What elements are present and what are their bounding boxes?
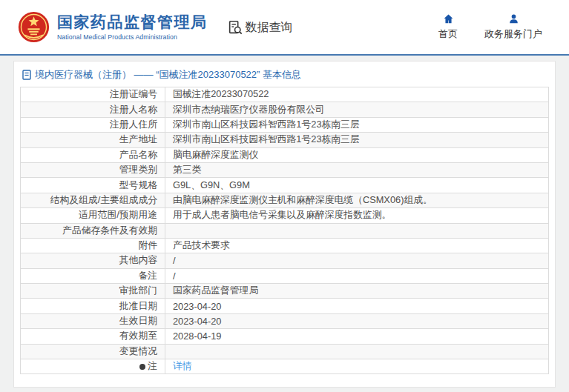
row-label: 型号规格: [21, 178, 165, 193]
table-row: 注册人名称 深圳市杰纳瑞医疗仪器股份有限公司: [21, 102, 549, 117]
nav-home[interactable]: 首页: [438, 13, 458, 41]
site-header: 国家药品监督管理局 National Medical Products Admi…: [0, 0, 569, 56]
table-row: 注册证编号 国械注准20233070522: [21, 87, 549, 102]
row-value: [165, 223, 549, 238]
row-label: 生产地址: [21, 133, 165, 147]
row-value: 2028-04-19: [165, 329, 549, 344]
row-label: 注: [21, 359, 165, 374]
row-label: 注册人名称: [21, 102, 165, 117]
org-name-cn: 国家药品监督管理局: [57, 13, 208, 30]
table-row: 变更情况: [21, 344, 549, 359]
table-row: 管理类别 第三类: [21, 162, 549, 177]
national-emblem-icon: [18, 11, 50, 43]
row-value: 第三类: [165, 162, 549, 177]
row-value: 产品技术要求: [165, 238, 549, 253]
row-value: /: [165, 253, 549, 268]
row-label: 注册证编号: [21, 87, 165, 102]
row-label: 变更情况: [21, 344, 165, 359]
row-value: 国家药品监督管理局: [165, 284, 549, 299]
content-panel: 境内医疗器械（注册） —— “国械注准20233070522” 基本信息 注册证…: [13, 61, 556, 388]
row-value: G9L、G9N、G9M: [165, 178, 549, 193]
table-row: 有效期至 2028-04-19: [21, 329, 549, 344]
top-nav: 首页 政务服务门户: [438, 13, 542, 41]
row-value: 由脑电麻醉深度监测仪主机和麻醉深度电缆（CSMX06)组成。: [165, 193, 549, 207]
row-value: 2023-04-20: [165, 299, 549, 313]
row-label: 生效日期: [21, 313, 165, 328]
table-row: 备注 /: [21, 268, 549, 283]
note-balloon-icon: [139, 364, 145, 370]
row-label: 批准日期: [21, 299, 165, 313]
breadcrumb-text: 境内医疗器械（注册） —— “国械注准20233070522” 基本信息: [35, 68, 301, 82]
breadcrumb: 境内医疗器械（注册） —— “国械注准20233070522” 基本信息: [14, 62, 555, 87]
table-row: 审批部门 国家药品监督管理局: [21, 284, 549, 299]
data-query-section[interactable]: 数据查询: [227, 19, 293, 36]
row-value: 2023-04-20: [165, 313, 549, 328]
row-label: 备注: [21, 268, 165, 283]
brand-text: 国家药品监督管理局 National Medical Products Admi…: [57, 13, 208, 40]
table-row: 产品储存条件及有效期: [21, 223, 549, 238]
row-value: 详情: [165, 359, 549, 374]
table-row: 附件 产品技术要求: [21, 238, 549, 253]
table-row: 其他内容 /: [21, 253, 549, 268]
info-table-body: 注册证编号 国械注准20233070522 注册人名称 深圳市杰纳瑞医疗仪器股份…: [21, 87, 549, 374]
home-icon: [443, 13, 454, 24]
row-label: 审批部门: [21, 284, 165, 299]
row-value: 用于成人患者脑电信号采集以及麻醉深度指数监测。: [165, 208, 549, 223]
data-query-label: 数据查询: [246, 20, 293, 36]
nav-home-label: 首页: [438, 27, 458, 41]
table-row: 批准日期 2023-04-20: [21, 299, 549, 313]
table-row: 生产地址 深圳市南山区科技园科智西路1号23栋南三层: [21, 133, 549, 147]
row-value: 国械注准20233070522: [165, 87, 549, 102]
user-icon: [508, 13, 519, 24]
org-name-en: National Medical Products Administration: [57, 33, 208, 41]
row-label: 其他内容: [21, 253, 165, 268]
row-value: 深圳市南山区科技园科智西路1号23栋南三层: [165, 133, 549, 147]
row-value: 深圳市南山区科技园科智西路1号23栋南三层: [165, 117, 549, 132]
row-label: 适用范围/预期用途: [21, 208, 165, 223]
document-icon: [22, 70, 31, 80]
table-row: 生效日期 2023-04-20: [21, 313, 549, 328]
nav-gov-portal[interactable]: 政务服务门户: [484, 13, 542, 41]
row-label: 产品储存条件及有效期: [21, 223, 165, 238]
page-background: 境内医疗器械（注册） —— “国械注准20233070522” 基本信息 注册证…: [0, 56, 569, 388]
table-row: 结构及组成/主要组成成分 由脑电麻醉深度监测仪主机和麻醉深度电缆（CSMX06)…: [21, 193, 549, 207]
details-link[interactable]: 详情: [173, 360, 192, 371]
row-label: 管理类别: [21, 162, 165, 177]
site-logo[interactable]: 国家药品监督管理局 National Medical Products Admi…: [18, 11, 208, 43]
table-row: 注 详情: [21, 359, 549, 374]
registration-info-table: 注册证编号 国械注准20233070522 注册人名称 深圳市杰纳瑞医疗仪器股份…: [20, 87, 549, 374]
table-row: 产品名称 脑电麻醉深度监测仪: [21, 147, 549, 162]
row-value: /: [165, 268, 549, 283]
row-label: 结构及组成/主要组成成分: [21, 193, 165, 207]
row-label: 产品名称: [21, 147, 165, 162]
table-row: 型号规格 G9L、G9N、G9M: [21, 178, 549, 193]
nav-gov-portal-label: 政务服务门户: [484, 27, 542, 41]
table-row: 适用范围/预期用途 用于成人患者脑电信号采集以及麻醉深度指数监测。: [21, 208, 549, 223]
row-label: 有效期至: [21, 329, 165, 344]
row-label: 注册人住所: [21, 117, 165, 132]
row-value: 脑电麻醉深度监测仪: [165, 147, 549, 162]
row-value: [165, 344, 549, 359]
row-label: 附件: [21, 238, 165, 253]
row-value: 深圳市杰纳瑞医疗仪器股份有限公司: [165, 102, 549, 117]
table-row: 注册人住所 深圳市南山区科技园科智西路1号23栋南三层: [21, 117, 549, 132]
document-search-icon: [227, 19, 243, 36]
